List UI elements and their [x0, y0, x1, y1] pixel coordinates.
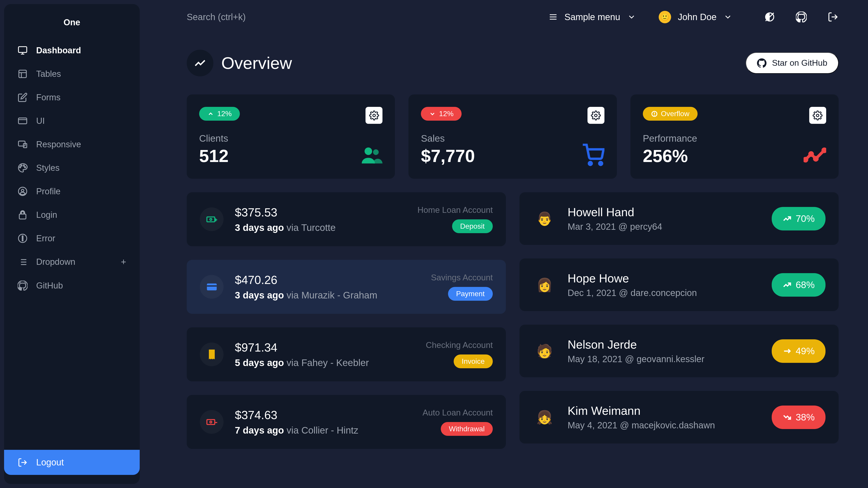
cash-minus-icon — [200, 410, 223, 434]
sample-menu-label: Sample menu — [564, 12, 620, 22]
transaction-card[interactable]: $971.34 5 days ago via Fahey - Keebler C… — [187, 327, 506, 381]
stat-settings-button[interactable] — [587, 107, 604, 124]
transaction-card[interactable]: $375.53 3 days ago via Turcotte Home Loa… — [187, 192, 506, 246]
svg-point-45 — [210, 421, 212, 423]
svg-rect-44 — [207, 420, 215, 424]
tv-icon — [18, 116, 28, 126]
page-title: Overview — [221, 53, 292, 73]
client-avatar: 👧 — [532, 405, 556, 429]
sidebar-item-github[interactable]: GitHub — [4, 274, 140, 297]
client-subtitle: May 18, 2021 @ geovanni.kessler — [567, 354, 761, 364]
theme-toggle-button[interactable] — [764, 11, 775, 23]
svg-rect-0 — [19, 47, 27, 53]
sidebar-item-error[interactable]: Error — [4, 227, 140, 250]
expand-icon: + — [121, 257, 126, 267]
sidebar-item-profile[interactable]: Profile — [4, 180, 140, 203]
transaction-right: Auto Loan Account Withdrawal — [423, 408, 493, 436]
transaction-amount: $374.63 — [235, 408, 411, 422]
stat-card-sales: 12% Sales $7,770 — [408, 94, 617, 179]
transaction-right: Checking Account Invoice — [426, 340, 493, 368]
svg-point-26 — [373, 114, 375, 117]
stat-settings-button[interactable] — [366, 107, 382, 124]
stat-badge: Overflow — [643, 107, 698, 121]
transaction-card[interactable]: $374.63 7 days ago via Collier - Hintz A… — [187, 395, 506, 449]
sidebar-item-login[interactable]: Login — [4, 203, 140, 227]
client-card[interactable]: 👨 Howell Hand Mar 3, 2021 @ percy64 70% — [520, 192, 839, 245]
svg-point-36 — [804, 158, 807, 161]
sidebar-item-label: Login — [36, 210, 57, 220]
transaction-amount: $470.26 — [235, 273, 420, 287]
sidebar-item-dashboard[interactable]: Dashboard — [4, 39, 140, 62]
github-link[interactable] — [796, 11, 807, 23]
stat-label: Clients — [199, 133, 382, 144]
topbar: Sample menu 🙂 John Doe — [187, 7, 839, 27]
stats-row: 12% Clients 512 12% Sales $7,770 Overflo… — [187, 94, 839, 179]
user-circle-icon — [18, 186, 28, 196]
sidebar: One Dashboard Tables Forms UI Responsive… — [4, 4, 140, 484]
sidebar-item-tables[interactable]: Tables — [4, 62, 140, 86]
client-card[interactable]: 🧑 Nelson Jerde May 18, 2021 @ geovanni.k… — [520, 325, 839, 377]
transaction-tag: Payment — [448, 287, 493, 301]
svg-point-27 — [365, 148, 372, 155]
logout-icon — [18, 457, 28, 467]
logout-button[interactable]: Logout — [4, 450, 140, 475]
svg-point-29 — [595, 114, 597, 117]
client-subtitle: Dec 1, 2021 @ dare.concepcion — [567, 288, 761, 298]
client-avatar: 👩 — [532, 273, 556, 297]
transaction-account: Home Loan Account — [417, 205, 493, 215]
chevron-down-icon — [723, 12, 733, 22]
sidebar-item-forms[interactable]: Forms — [4, 86, 140, 109]
stat-label: Performance — [643, 133, 826, 144]
sample-menu-dropdown[interactable]: Sample menu — [549, 12, 636, 22]
sidebar-item-label: Dashboard — [36, 46, 81, 55]
sidebar-item-dropdown[interactable]: Dropdown+ — [4, 250, 140, 274]
table-icon — [18, 69, 28, 79]
brand-label: One — [4, 13, 140, 39]
sidebar-item-responsive[interactable]: Responsive — [4, 133, 140, 156]
sidebar-item-ui[interactable]: UI — [4, 109, 140, 133]
transaction-account: Savings Account — [431, 273, 493, 283]
transaction-subtitle: 5 days ago via Fahey - Keebler — [235, 357, 414, 368]
stat-card-clients: 12% Clients 512 — [187, 94, 395, 179]
client-body: Howell Hand Mar 3, 2021 @ percy64 — [567, 205, 761, 232]
svg-point-39 — [823, 149, 826, 152]
list-icon — [18, 257, 28, 267]
svg-point-30 — [589, 162, 592, 165]
client-subtitle: May 4, 2021 @ macejkovic.dashawn — [567, 420, 761, 430]
transaction-body: $971.34 5 days ago via Fahey - Keebler — [235, 341, 414, 368]
svg-rect-6 — [19, 118, 27, 124]
transaction-subtitle: 3 days ago via Turcotte — [235, 222, 406, 233]
transaction-tag: Invoice — [454, 355, 493, 368]
star-github-button[interactable]: Star on GitHub — [746, 53, 839, 74]
transaction-amount: $971.34 — [235, 341, 414, 354]
client-body: Hope Howe Dec 1, 2021 @ dare.concepcion — [567, 271, 761, 298]
transaction-right: Savings Account Payment — [431, 273, 493, 301]
search-input[interactable] — [187, 12, 535, 22]
client-card[interactable]: 👩 Hope Howe Dec 1, 2021 @ dare.concepcio… — [520, 258, 839, 311]
github-icon — [757, 58, 767, 68]
stat-value: 512 — [199, 146, 382, 166]
sidebar-item-label: GitHub — [36, 281, 63, 291]
user-dropdown[interactable]: 🙂 John Doe — [659, 11, 733, 23]
sidebar-item-label: Tables — [36, 69, 61, 79]
cash-plus-icon — [200, 207, 223, 231]
star-github-label: Star on GitHub — [772, 58, 827, 68]
users-icon — [360, 144, 382, 166]
transaction-card[interactable]: $470.26 3 days ago via Murazik - Graham … — [187, 260, 506, 314]
sidebar-item-styles[interactable]: Styles — [4, 156, 140, 180]
client-avatar: 👨 — [532, 207, 556, 230]
client-subtitle: Mar 3, 2021 @ percy64 — [567, 222, 761, 232]
transaction-right: Home Loan Account Deposit — [417, 205, 493, 233]
transaction-amount: $375.53 — [235, 205, 406, 219]
cart-icon — [582, 144, 604, 166]
overview-icon — [187, 50, 213, 76]
external-logout-button[interactable] — [827, 11, 839, 23]
svg-rect-42 — [207, 283, 217, 290]
stat-value: $7,770 — [421, 146, 604, 166]
stat-settings-button[interactable] — [809, 107, 826, 124]
client-card[interactable]: 👧 Kim Weimann May 4, 2021 @ macejkovic.d… — [520, 391, 839, 444]
chevron-down-icon — [627, 12, 636, 22]
transaction-body: $375.53 3 days ago via Turcotte — [235, 205, 406, 233]
client-percent-badge: 68% — [772, 273, 826, 297]
receipt-icon — [200, 343, 223, 366]
